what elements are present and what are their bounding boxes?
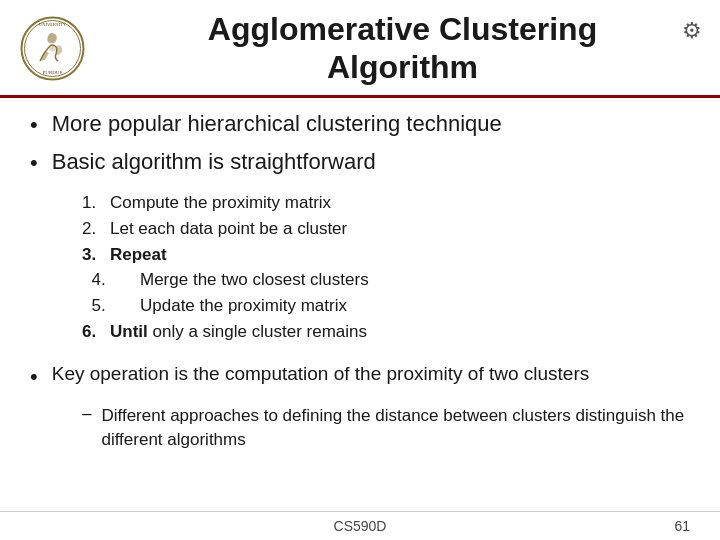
- bullet-text-2: Basic algorithm is straightforward: [52, 148, 376, 177]
- bullet-dot-2: •: [30, 150, 38, 176]
- content-area: • More popular hierarchical clustering t…: [0, 98, 720, 540]
- step-6-num: 6.: [82, 320, 110, 344]
- svg-point-3: [50, 45, 56, 51]
- gear-icon: ⚙: [682, 18, 702, 44]
- step-6-rest: only a single cluster remains: [148, 322, 367, 341]
- footer-page: 61: [674, 518, 690, 534]
- footer: CS590D 61: [0, 511, 720, 540]
- bullet-text-3: Key operation is the computation of the …: [52, 362, 590, 387]
- bullet-dot-3: •: [30, 364, 38, 390]
- title-line2: Algorithm: [327, 49, 478, 85]
- step-6-until: Until: [110, 322, 148, 341]
- step-1-num: 1.: [82, 191, 110, 215]
- step-5-text: Update the proximity matrix: [110, 294, 690, 318]
- bullet-item-1: • More popular hierarchical clustering t…: [30, 110, 690, 139]
- dash-item: – Different approaches to defining the d…: [82, 404, 690, 452]
- step-4: 4. Merge the two closest clusters: [82, 268, 690, 292]
- bullet-text-1: More popular hierarchical clustering tec…: [52, 110, 502, 139]
- university-logo: PURDUE UNIVERSITY: [20, 16, 85, 81]
- step-2-text: Let each data point be a cluster: [110, 217, 690, 241]
- numbered-list: 1. Compute the proximity matrix 2. Let e…: [82, 191, 690, 346]
- step-6-text: Until only a single cluster remains: [110, 320, 690, 344]
- step-5-num: 5.: [82, 294, 110, 318]
- svg-text:PURDUE: PURDUE: [42, 70, 62, 75]
- step-6: 6. Until only a single cluster remains: [82, 320, 690, 344]
- title-block: Agglomerative Clustering Algorithm: [105, 10, 700, 87]
- step-4-text: Merge the two closest clusters: [110, 268, 690, 292]
- step-4-num: 4.: [82, 268, 110, 292]
- dash-symbol: –: [82, 404, 91, 424]
- footer-course: CS590D: [30, 518, 690, 534]
- bullet-item-2: • Basic algorithm is straightforward: [30, 148, 690, 177]
- slide-title: Agglomerative Clustering Algorithm: [105, 10, 700, 87]
- step-2: 2. Let each data point be a cluster: [82, 217, 690, 241]
- step-3-text: Repeat: [110, 243, 690, 267]
- step-3-num: 3.: [82, 243, 110, 267]
- slide: PURDUE UNIVERSITY Agglomerative Clusteri…: [0, 0, 720, 540]
- header: PURDUE UNIVERSITY Agglomerative Clusteri…: [0, 0, 720, 98]
- step-3: 3. Repeat: [82, 243, 690, 267]
- step-5: 5. Update the proximity matrix: [82, 294, 690, 318]
- title-line1: Agglomerative Clustering: [208, 11, 597, 47]
- svg-text:UNIVERSITY: UNIVERSITY: [39, 22, 67, 27]
- step-1-text: Compute the proximity matrix: [110, 191, 690, 215]
- step-2-num: 2.: [82, 217, 110, 241]
- bullet-item-3: • Key operation is the computation of th…: [30, 362, 690, 390]
- step-1: 1. Compute the proximity matrix: [82, 191, 690, 215]
- bullet-dot-1: •: [30, 112, 38, 138]
- dash-text: Different approaches to defining the dis…: [101, 404, 690, 452]
